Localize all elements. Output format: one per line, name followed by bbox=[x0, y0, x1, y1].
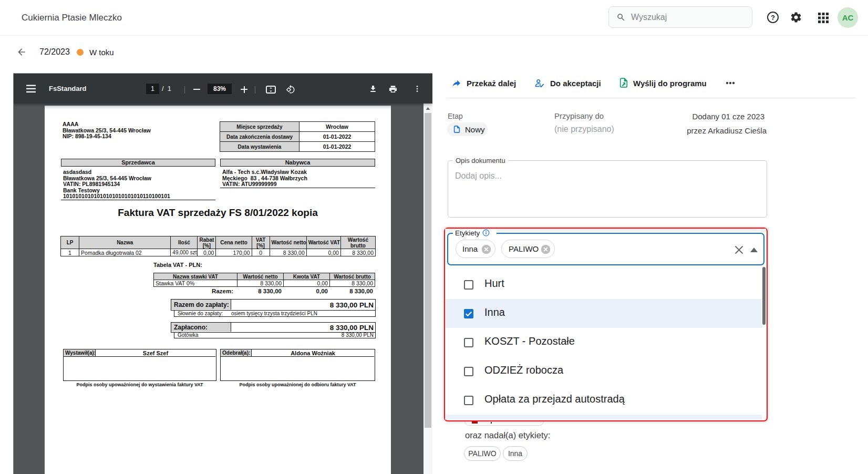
svg-text:?: ? bbox=[771, 14, 775, 22]
